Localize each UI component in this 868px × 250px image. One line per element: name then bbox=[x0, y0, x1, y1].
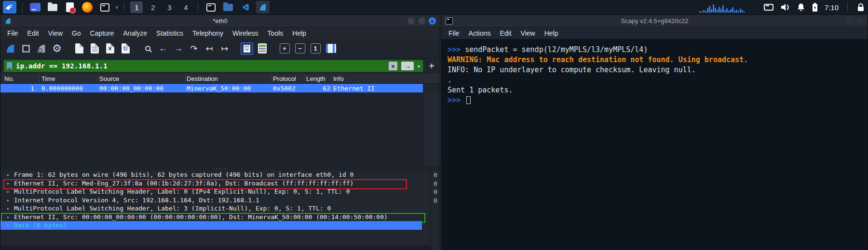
previous-packet-button[interactable]: ← bbox=[157, 42, 169, 55]
menu-edit[interactable]: Edit bbox=[27, 29, 39, 37]
goto-packet-button[interactable]: ↷ bbox=[188, 42, 200, 55]
packet-list-scrollbar[interactable] bbox=[423, 92, 440, 167]
details-horizontal-scrollbar[interactable] bbox=[0, 245, 430, 250]
launcher-text-editor[interactable] bbox=[63, 1, 77, 13]
menu-telephony[interactable]: Telephony bbox=[192, 29, 223, 37]
menu-capture[interactable]: Capture bbox=[90, 29, 114, 37]
menu-go[interactable]: Go bbox=[72, 29, 81, 37]
menu-file[interactable]: File bbox=[448, 29, 460, 37]
bookmark-icon[interactable] bbox=[7, 62, 12, 70]
menu-file[interactable]: File bbox=[7, 29, 18, 37]
capture-options-button[interactable]: ⚙ bbox=[51, 42, 63, 55]
col-source[interactable]: Source bbox=[99, 75, 119, 82]
expand-arrow-icon[interactable]: ▸ bbox=[7, 213, 10, 222]
display-filter-input[interactable]: ip.addr == 192.168.1.1 × → ▾ bbox=[3, 60, 423, 72]
zoom-in-button[interactable]: + bbox=[278, 42, 291, 55]
menu-analyze[interactable]: Analyze bbox=[123, 29, 147, 37]
last-packet-button[interactable]: ↦ bbox=[218, 42, 231, 55]
filter-dropdown-caret-icon[interactable]: ▾ bbox=[418, 64, 420, 69]
menu-view[interactable]: View bbox=[48, 29, 63, 37]
expand-arrow-icon[interactable]: ▸ bbox=[7, 179, 10, 188]
launcher-dropdown-caret-icon[interactable]: ˅ bbox=[115, 4, 118, 10]
expand-arrow-icon[interactable]: ▸ bbox=[7, 196, 10, 205]
scapy-window: Scapy v2.4.5+g9420c22 File Actions Edit … bbox=[441, 14, 868, 250]
detail-ethernet-inner[interactable]: ▸ Ethernet II, Src: 00:00:00_00:00:00 (0… bbox=[0, 213, 422, 222]
workspace-4[interactable]: 4 bbox=[179, 1, 192, 13]
folder-icon bbox=[223, 4, 233, 11]
filter-clear-button[interactable]: × bbox=[389, 62, 397, 70]
colorize-button[interactable] bbox=[256, 42, 269, 55]
menu-help[interactable]: Help bbox=[544, 29, 558, 37]
stop-capture-button[interactable] bbox=[20, 42, 32, 55]
autoscroll-button[interactable]: ▼ bbox=[241, 42, 253, 55]
close-file-button[interactable]: × bbox=[104, 42, 116, 55]
start-capture-button[interactable] bbox=[4, 42, 17, 55]
kali-menu-button[interactable] bbox=[3, 1, 16, 13]
open-file-button[interactable] bbox=[73, 42, 85, 55]
col-protocol[interactable]: Protocol bbox=[273, 75, 296, 82]
wireshark-titlebar[interactable]: *eth0 × bbox=[0, 15, 440, 27]
workspace-2[interactable]: 2 bbox=[147, 1, 159, 13]
filter-add-button[interactable]: + bbox=[426, 61, 437, 72]
bell-icon[interactable] bbox=[797, 3, 805, 12]
detail-mpls-inner[interactable]: ▸ MultiProtocol Label Switching Header, … bbox=[0, 204, 422, 213]
network-activity-graph[interactable] bbox=[699, 2, 757, 13]
launcher-terminal[interactable] bbox=[98, 1, 111, 13]
find-packet-button[interactable] bbox=[141, 42, 154, 55]
first-packet-button[interactable]: ↤ bbox=[203, 42, 216, 55]
detail-ipv4[interactable]: ▸ Internet Protocol Version 4, Src: 192.… bbox=[0, 196, 422, 205]
scapy-titlebar[interactable]: Scapy v2.4.5+g9420c22 bbox=[442, 15, 868, 27]
col-no[interactable]: No. bbox=[4, 75, 14, 82]
system-tray: 7:10 bbox=[699, 2, 865, 13]
task-terminal[interactable] bbox=[204, 1, 217, 13]
menu-actions[interactable]: Actions bbox=[469, 29, 491, 37]
maximize-button[interactable] bbox=[418, 17, 425, 25]
reload-file-button[interactable]: ↻ bbox=[119, 42, 132, 55]
task-wireshark[interactable] bbox=[256, 1, 270, 13]
expand-arrow-icon[interactable]: ▸ bbox=[7, 221, 10, 230]
menu-view[interactable]: View bbox=[521, 29, 535, 37]
clock[interactable]: 7:10 bbox=[825, 3, 839, 12]
hex-bytes-pane[interactable]: 0 0 0 0 bbox=[430, 170, 439, 250]
col-time[interactable]: Time bbox=[41, 75, 55, 82]
minimize-button[interactable] bbox=[407, 17, 415, 25]
launcher-terminal-window[interactable] bbox=[28, 1, 42, 13]
launcher-firefox[interactable] bbox=[81, 1, 94, 13]
menu-help[interactable]: Help bbox=[292, 29, 306, 37]
filter-apply-button[interactable]: → bbox=[401, 62, 414, 70]
packet-row[interactable]: 1 0.000000000 00:00:00_00:00:00 MinervaK… bbox=[0, 84, 423, 92]
zoom-normal-button[interactable]: 1 bbox=[309, 42, 322, 55]
task-files[interactable] bbox=[221, 1, 235, 13]
lock-icon[interactable] bbox=[856, 3, 865, 12]
maximize-button[interactable] bbox=[856, 17, 864, 25]
workspace-3[interactable]: 3 bbox=[163, 1, 176, 13]
col-info[interactable]: Info bbox=[333, 75, 344, 82]
detail-frame[interactable]: ▸ Frame 1: 62 bytes on wire (496 bits), … bbox=[0, 171, 422, 179]
expand-arrow-icon[interactable]: ▸ bbox=[7, 187, 10, 196]
expand-arrow-icon[interactable]: ▸ bbox=[7, 171, 10, 179]
menu-statistics[interactable]: Statistics bbox=[156, 29, 183, 37]
detail-ethernet-outer[interactable]: ▸ Ethernet II, Src: Med-Eng_27:3f:8a (00… bbox=[0, 179, 422, 188]
task-vscode[interactable] bbox=[239, 1, 252, 13]
save-file-button[interactable] bbox=[88, 42, 101, 55]
minimize-button[interactable] bbox=[846, 17, 853, 25]
next-packet-button[interactable]: → bbox=[172, 42, 185, 55]
menu-wireless[interactable]: Wireless bbox=[232, 29, 258, 37]
col-destination[interactable]: Destination bbox=[187, 75, 218, 82]
close-button[interactable]: × bbox=[429, 17, 436, 25]
restart-capture-button[interactable] bbox=[35, 42, 48, 55]
resize-columns-button[interactable] bbox=[325, 42, 337, 55]
detail-data[interactable]: ▸ Data (6 bytes) bbox=[0, 221, 422, 230]
expand-arrow-icon[interactable]: ▸ bbox=[7, 204, 10, 213]
menu-tools[interactable]: Tools bbox=[268, 29, 284, 37]
zoom-out-button[interactable]: − bbox=[294, 42, 306, 55]
workspace-1[interactable]: 1 bbox=[130, 1, 143, 13]
col-length[interactable]: Length bbox=[306, 75, 326, 82]
volume-icon[interactable] bbox=[780, 3, 790, 12]
scapy-terminal[interactable]: >>> sendPacket = sendp(l2/myMPLS/l3/myMP… bbox=[442, 39, 868, 250]
launcher-files[interactable] bbox=[46, 1, 59, 13]
pager-icon[interactable] bbox=[764, 3, 773, 11]
battery-icon[interactable] bbox=[812, 3, 818, 12]
menu-edit[interactable]: Edit bbox=[500, 29, 511, 37]
detail-mpls-outer[interactable]: ▸ MultiProtocol Label Switching Header, … bbox=[0, 187, 422, 196]
